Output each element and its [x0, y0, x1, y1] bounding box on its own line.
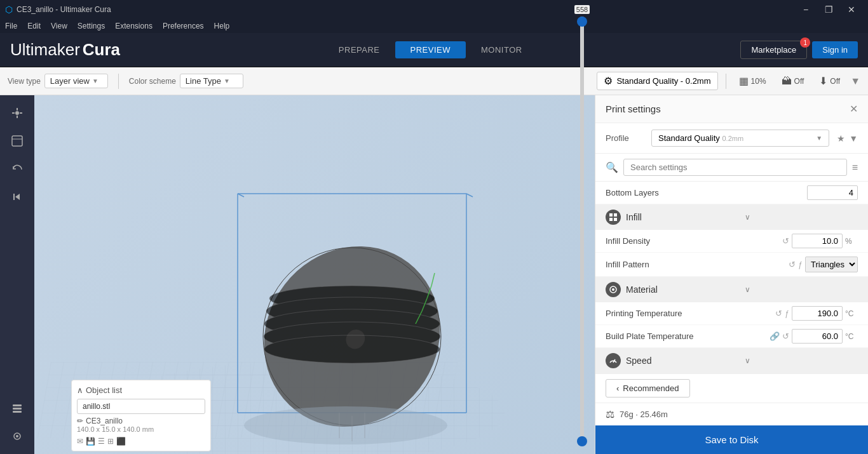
toolbar-divider-1 — [118, 74, 119, 89]
svg-point-43 — [612, 288, 614, 291]
menu-view[interactable]: View — [51, 22, 67, 30]
email-icon[interactable]: ✉ — [77, 437, 83, 446]
svg-point-29 — [264, 335, 440, 363]
profile-star-button[interactable]: ★ — [837, 133, 845, 144]
build-plate-temp-controls: 🔗 ↺ 60.0 °C — [770, 329, 858, 344]
menu-edit[interactable]: Edit — [27, 22, 41, 30]
speed-chevron: ∨ — [745, 356, 858, 365]
menu-help[interactable]: Help — [214, 22, 230, 30]
undo-button[interactable] — [4, 156, 30, 182]
right-panel: Print settings ✕ Profile Standard Qualit… — [595, 95, 868, 454]
infill-density-reset[interactable]: ↺ — [782, 236, 789, 246]
adhesion-icon: ⬇ — [819, 75, 827, 87]
build-plate-reset[interactable]: ↺ — [782, 331, 789, 341]
menu-extensions[interactable]: Extensions — [115, 22, 153, 30]
svg-rect-41 — [614, 218, 617, 221]
search-input[interactable] — [623, 159, 847, 176]
material-chevron: ∨ — [745, 285, 858, 294]
save-to-disk-button[interactable]: Save to Disk — [595, 425, 868, 454]
nav-preview[interactable]: PREVIEW — [395, 41, 466, 58]
speed-group-header[interactable]: Speed ∨ — [595, 348, 868, 373]
infill-pattern-reset[interactable]: ↺ — [789, 260, 796, 269]
infill-pattern-func[interactable]: ƒ — [798, 260, 803, 269]
infill-pattern-select[interactable]: Triangles Grid Lines — [805, 257, 858, 272]
slider-thumb-bottom[interactable] — [577, 436, 587, 446]
material-group-icon — [606, 282, 621, 297]
edit-icon: ✏ — [77, 417, 83, 425]
menu-file[interactable]: File — [5, 22, 17, 30]
object-list-header[interactable]: ∧ Object list — [77, 385, 205, 395]
adhesion-button[interactable]: ⬇ Off — [814, 72, 845, 90]
menu-preferences[interactable]: Preferences — [163, 22, 204, 30]
printing-temp-value[interactable]: 190.0 — [792, 306, 843, 321]
pin-tool[interactable] — [4, 424, 30, 449]
print-settings-close[interactable]: ✕ — [850, 103, 858, 115]
move-tool[interactable] — [4, 100, 30, 126]
menu-settings[interactable]: Settings — [78, 22, 105, 30]
nav-monitor[interactable]: MONITOR — [466, 41, 538, 58]
view-type-select[interactable]: View type Layer view ▼ — [8, 74, 108, 88]
toolbar-more-chevron[interactable]: ▼ — [850, 76, 860, 87]
material-group-header[interactable]: Material ∨ — [595, 277, 868, 302]
view-type-value: Layer view — [50, 76, 90, 86]
layers-icon[interactable]: ☰ — [98, 437, 105, 446]
top-right: Marketplace 1 Sign in — [740, 41, 858, 59]
object-bottom-icons: ✉ 💾 ☰ ⊞ ⬛ — [77, 437, 205, 446]
slider-track[interactable] — [580, 17, 584, 446]
svg-line-17 — [466, 194, 473, 197]
quality-label: Standard Quality - 0.2mm — [616, 76, 710, 86]
infill-density-value[interactable]: 10.0 — [792, 234, 843, 248]
printing-temp-reset[interactable]: ↺ — [775, 309, 782, 318]
profile-more-button[interactable]: ▼ — [849, 133, 858, 144]
scale-icon: ⚖ — [606, 408, 614, 420]
infill-button[interactable]: ▦ 10% — [734, 72, 771, 90]
svg-point-13 — [16, 435, 18, 437]
share-icon[interactable]: ⊞ — [107, 437, 114, 446]
marketplace-button[interactable]: Marketplace 1 — [740, 41, 807, 59]
svg-rect-5 — [12, 136, 22, 146]
layers-tool[interactable] — [4, 396, 30, 421]
build-plate-link-btn[interactable]: 🔗 — [770, 331, 780, 341]
bottom-layers-value[interactable]: 4 — [807, 185, 858, 200]
layer-slider: 558 — [576, 0, 588, 454]
slider-thumb-top[interactable] — [577, 17, 587, 27]
infill-density-controls: ↺ 10.0 % — [782, 234, 858, 248]
infill-group-label: Infill — [626, 212, 740, 222]
minimize-button[interactable]: − — [794, 0, 817, 19]
recommended-button[interactable]: ‹ Recommended — [606, 379, 690, 397]
skip-back-button[interactable] — [4, 184, 30, 210]
quality-button[interactable]: ⚙ Standard Quality - 0.2mm — [597, 72, 717, 90]
viewport[interactable]: ∧ Object list anillo.stl ✏ CE3_anillo 14… — [34, 95, 595, 454]
object-filename: anillo.stl — [83, 402, 110, 411]
printing-temp-controls: ↺ ƒ 190.0 °C — [775, 306, 858, 321]
signin-button[interactable]: Sign in — [812, 41, 858, 58]
cura-icon: ⬡ — [5, 4, 13, 15]
recommended-label: Recommended — [623, 384, 679, 393]
infill-group-header[interactable]: Infill ∨ — [595, 204, 868, 230]
profile-label: Profile — [606, 133, 644, 143]
printing-temp-func[interactable]: ƒ — [785, 309, 789, 318]
object-item[interactable]: anillo.stl — [77, 399, 205, 414]
save-icon[interactable]: 💾 — [86, 437, 95, 446]
nav-prepare[interactable]: PREPARE — [323, 41, 395, 58]
select-tool[interactable] — [4, 128, 30, 154]
support-button[interactable]: 🏔 Off — [776, 73, 810, 90]
profile-select[interactable]: Standard Quality 0.2mm ▼ — [651, 130, 829, 147]
delete-icon[interactable]: ⬛ — [116, 437, 126, 446]
infill-icon: ▦ — [739, 75, 749, 87]
infill-density-row: Infill Density ↺ 10.0 % — [595, 230, 868, 253]
close-button[interactable]: ✕ — [840, 0, 863, 19]
filter-button[interactable]: ≡ — [852, 162, 858, 173]
color-scheme-select[interactable]: Color scheme Line Type ▼ — [129, 74, 243, 88]
topbar: Ultimaker Cura PREPARE PREVIEW MONITOR M… — [0, 33, 868, 67]
infill-pattern-controls: ↺ ƒ Triangles Grid Lines — [789, 257, 858, 272]
print-settings-title: Print settings — [606, 103, 661, 114]
maximize-button[interactable]: ❐ — [817, 0, 840, 19]
print-settings-header: Print settings ✕ — [595, 95, 868, 123]
bottom-layers-controls: 4 — [807, 185, 858, 200]
infill-chevron: ∨ — [745, 213, 858, 222]
build-plate-temp-value[interactable]: 60.0 — [792, 329, 843, 344]
svg-rect-39 — [614, 213, 617, 217]
nav: PREPARE PREVIEW MONITOR — [323, 41, 538, 58]
object-dimensions: 140.0 x 15.0 x 140.0 mm — [77, 425, 205, 433]
